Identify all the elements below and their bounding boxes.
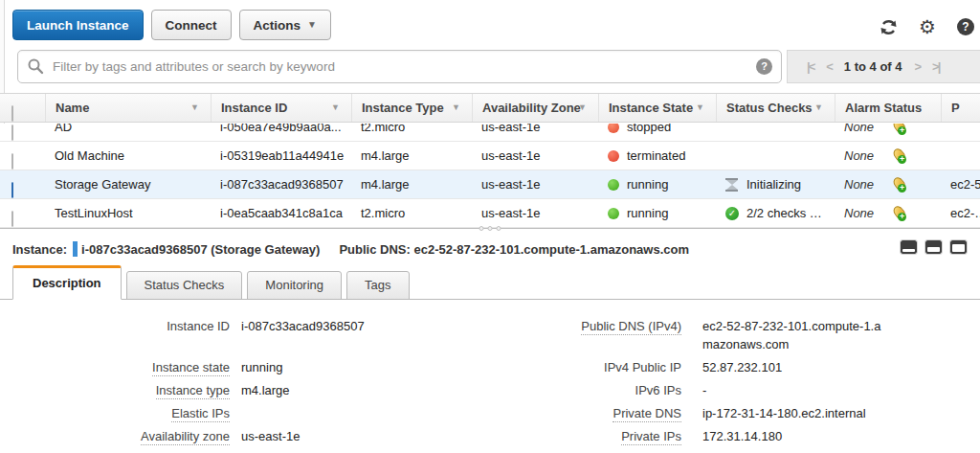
column-header-status-checks[interactable]: Status Checks▼ xyxy=(716,94,835,122)
cell-alarm-status: None + xyxy=(835,142,941,170)
create-alarm-icon[interactable]: + xyxy=(891,177,905,192)
cell-public-dns xyxy=(941,124,980,141)
cell-alarm-status: None + xyxy=(835,124,941,141)
field-label: Elastic IPs xyxy=(12,404,230,422)
select-all-checkbox[interactable] xyxy=(11,105,13,122)
column-header-alarm-status[interactable]: Alarm Status xyxy=(835,94,941,122)
help-icon[interactable]: ? xyxy=(957,18,974,35)
pane-half-icon[interactable] xyxy=(925,240,942,254)
column-header-name[interactable]: Name▼ xyxy=(45,94,211,122)
column-header-instance-state[interactable]: Instance State▼ xyxy=(598,94,716,122)
cell-instance-type: m4.large xyxy=(351,142,472,170)
table-row-testlinuxhost[interactable]: TestLinuxHost i-0ea5caab341c8a1ca t2.mic… xyxy=(0,199,980,228)
cell-availability-zone: us-east-1e xyxy=(472,199,598,227)
tab-tags[interactable]: Tags xyxy=(346,271,409,300)
cell-instance-id: i-087c33acad9368507 xyxy=(211,170,351,198)
pane-minimize-icon[interactable] xyxy=(901,240,917,254)
filter-help-icon[interactable]: ? xyxy=(756,58,772,75)
table-row-old-machine[interactable]: Old Machine i-05319eab11a44941e m4.large… xyxy=(0,142,980,170)
connect-button[interactable]: Connect xyxy=(151,10,232,40)
cell-instance-state: stopped xyxy=(598,124,716,141)
first-page-icon[interactable]: |< xyxy=(807,59,813,74)
field-label: Instance ID xyxy=(12,317,230,353)
cell-name: TestLinuxHost xyxy=(45,199,211,227)
filter-input[interactable] xyxy=(17,50,782,83)
description-row: Instance state running IPv4 Public IP 52… xyxy=(12,355,980,378)
cell-status-checks xyxy=(716,124,835,141)
details-header: Instance: i-087c33acad9368507 (Storage G… xyxy=(0,229,980,257)
field-value: m4.large xyxy=(241,381,479,399)
state-running-icon xyxy=(608,208,619,219)
actions-button[interactable]: Actions ▼ xyxy=(239,10,331,40)
last-page-icon[interactable]: >| xyxy=(932,59,939,74)
field-label: Instance type xyxy=(12,381,230,399)
state-stopped-icon xyxy=(608,124,619,133)
field-value: 52.87.232.101 xyxy=(702,358,886,376)
cell-public-dns: ec2-… xyxy=(941,199,980,227)
field-value: - xyxy=(702,381,886,399)
pane-maximize-icon[interactable] xyxy=(950,240,967,254)
description-row: Instance type m4.large IPv6 IPs - xyxy=(12,378,980,401)
create-alarm-icon[interactable]: + xyxy=(891,206,905,220)
column-header-public-dns[interactable]: P xyxy=(941,94,980,122)
field-value: ip-172-31-14-180.ec2.internal xyxy=(702,404,886,422)
cell-alarm-status: None + xyxy=(835,170,941,198)
column-header-instance-type[interactable]: Instance Type▼ xyxy=(351,94,472,122)
description-row: Instance ID i-087c33acad9368507 Public D… xyxy=(12,314,980,355)
details-tabs: Description Status Checks Monitoring Tag… xyxy=(0,265,980,300)
ec2-console: Launch Instance Connect Actions ▼ ⚙ ? xyxy=(0,0,980,453)
table-row-storage-gateway[interactable]: Storage Gateway i-087c33acad9368507 m4.l… xyxy=(0,170,980,199)
clipped-row-wrapper: AD i-050ea7e49b9aa0a... t2.micro us-east… xyxy=(0,124,980,142)
cell-instance-id: i-050ea7e49b9aa0a... xyxy=(211,124,351,141)
hourglass-icon xyxy=(725,178,738,192)
field-label: IPv6 IPs xyxy=(479,381,681,399)
cell-instance-type: t2.micro xyxy=(351,199,472,227)
pagination: |< < 1 to 4 of 4 > >| xyxy=(787,50,980,83)
next-page-icon[interactable]: > xyxy=(915,59,921,74)
create-alarm-icon[interactable]: + xyxy=(891,148,905,163)
sort-icon: ▼ xyxy=(452,94,460,122)
field-label: Instance state xyxy=(12,358,230,376)
refresh-icon[interactable] xyxy=(880,18,898,36)
check-circle-icon xyxy=(725,207,739,220)
create-alarm-icon[interactable]: + xyxy=(891,124,905,134)
pane-layout-buttons xyxy=(901,240,967,254)
tab-monitoring[interactable]: Monitoring xyxy=(247,271,342,300)
field-value: us-east-1e xyxy=(241,427,479,445)
field-label: Private DNS xyxy=(479,404,681,422)
cell-name: Old Machine xyxy=(45,142,211,170)
cell-instance-state: running xyxy=(598,199,716,227)
tab-status-checks[interactable]: Status Checks xyxy=(126,271,243,300)
field-value: running xyxy=(241,358,479,376)
column-header-instance-id[interactable]: Instance ID▼ xyxy=(211,94,351,122)
cell-public-dns xyxy=(941,142,980,170)
launch-instance-button[interactable]: Launch Instance xyxy=(12,10,144,40)
prev-page-icon[interactable]: < xyxy=(826,59,832,74)
cell-public-dns: ec2-52-87-232-101.compute-1.amazonaws.co… xyxy=(941,170,980,198)
sort-icon: ▼ xyxy=(331,94,340,122)
column-header-availability-zone[interactable]: Availability Zone▼ xyxy=(472,94,598,122)
sort-icon: ▼ xyxy=(814,94,823,122)
tab-description[interactable]: Description xyxy=(12,265,122,300)
description-row: Elastic IPs Private DNS ip-172-31-14-180… xyxy=(12,401,980,424)
search-icon xyxy=(27,57,44,78)
sort-icon: ▼ xyxy=(190,94,199,122)
field-value: 172.31.14.180 xyxy=(702,427,886,445)
toolbar: Launch Instance Connect Actions ▼ xyxy=(12,10,331,40)
row-checkbox[interactable] xyxy=(11,211,13,227)
field-label: Availability zone xyxy=(12,427,230,445)
public-dns-title: Public DNS: ec2-52-87-232-101.compute-1.… xyxy=(339,242,689,257)
state-running-icon xyxy=(608,179,619,191)
cell-instance-state: running xyxy=(598,170,716,198)
chevron-down-icon: ▼ xyxy=(307,20,317,30)
row-checkbox[interactable] xyxy=(11,153,13,170)
pane-resize-handle[interactable] xyxy=(479,226,501,231)
table-row-ad[interactable]: AD i-050ea7e49b9aa0a... t2.micro us-east… xyxy=(0,124,980,142)
instance-label: Instance: xyxy=(12,242,67,257)
row-checkbox[interactable] xyxy=(11,125,13,141)
cell-availability-zone: us-east-1e xyxy=(472,170,598,198)
gear-icon[interactable]: ⚙ xyxy=(919,17,936,36)
cell-alarm-status: None + xyxy=(835,199,941,227)
details-pane: Instance: i-087c33acad9368507 (Storage G… xyxy=(0,228,980,453)
row-checkbox-checked[interactable] xyxy=(11,182,13,198)
